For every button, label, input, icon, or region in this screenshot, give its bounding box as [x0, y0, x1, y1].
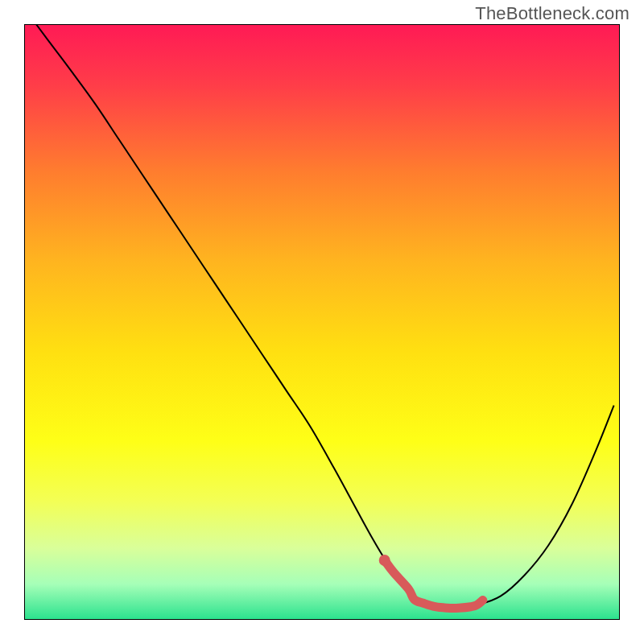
- plot-area: [24, 24, 620, 620]
- chart-background: [24, 24, 620, 620]
- watermark-text: TheBottleneck.com: [475, 3, 630, 24]
- series-highlight-dot: [379, 555, 390, 566]
- chart-container: TheBottleneck.com: [0, 0, 644, 644]
- chart-svg: [24, 24, 620, 620]
